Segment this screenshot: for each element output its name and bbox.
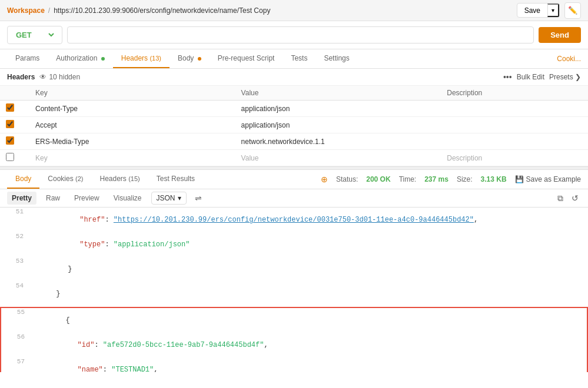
cookies-link[interactable]: Cooki... bbox=[557, 55, 581, 63]
save-example-button[interactable]: 💾 Save as Example bbox=[515, 175, 581, 183]
url-input[interactable]: https://10.201.230.99/ers/config/network… bbox=[67, 26, 534, 44]
table-row: ERS-Media-Type network.networkdevice.1.1 bbox=[0, 133, 588, 150]
table-row: Content-Type application/json bbox=[0, 101, 588, 117]
json-line-57: 57 "name": "TESTNAD1", bbox=[1, 357, 587, 372]
header-checkbox-2[interactable] bbox=[6, 120, 14, 128]
header-checkbox-empty[interactable] bbox=[6, 153, 14, 161]
method-dropdown[interactable]: GET POST PUT DELETE PATCH bbox=[14, 30, 56, 40]
time-label: Time: bbox=[399, 175, 417, 183]
header-value-1[interactable]: application/json bbox=[241, 105, 290, 113]
json-line-52: 52 "type": "application/json" bbox=[0, 232, 588, 257]
format-preview[interactable]: Preview bbox=[69, 192, 104, 205]
hidden-count: 10 hidden bbox=[49, 73, 80, 81]
headers-label: Headers bbox=[7, 73, 35, 81]
status-label: Status: bbox=[336, 175, 358, 183]
response-tab-body[interactable]: Body bbox=[7, 170, 39, 189]
wrap-icon[interactable]: ⇌ bbox=[195, 193, 202, 203]
headers-section: Headers 👁 10 hidden ••• Bulk Edit Preset… bbox=[0, 69, 588, 166]
save-dropdown-arrow[interactable]: ▾ bbox=[547, 4, 559, 17]
json-dropdown-arrow: ▾ bbox=[178, 194, 181, 202]
header-checkbox-3[interactable] bbox=[6, 136, 14, 145]
json-label: JSON bbox=[157, 194, 175, 202]
hidden-headers-badge: 👁 10 hidden bbox=[39, 73, 80, 81]
bulk-edit-button[interactable]: Bulk Edit bbox=[517, 73, 544, 81]
col-value: Value bbox=[235, 86, 441, 101]
header-desc-3[interactable] bbox=[441, 133, 588, 150]
header-desc-2[interactable] bbox=[441, 117, 588, 133]
header-key-2[interactable]: Accept bbox=[35, 121, 57, 129]
cookies-count: (2) bbox=[75, 175, 83, 182]
empty-value-placeholder[interactable]: Value bbox=[241, 154, 259, 162]
line-num-55: 55 bbox=[6, 308, 25, 316]
col-key: Key bbox=[29, 86, 235, 101]
response-status-bar: ⊕ Status: 200 OK Time: 237 ms Size: 3.13… bbox=[321, 175, 581, 184]
table-row: Accept application/json bbox=[0, 117, 588, 133]
authorization-dot bbox=[101, 57, 105, 61]
url-bar: GET POST PUT DELETE PATCH https://10.201… bbox=[0, 21, 588, 49]
highlighted-json-block: 55 { 56 "id": "afe572d0-5bcc-11ee-9ab7-9… bbox=[0, 307, 588, 372]
headers-badge: (13) bbox=[150, 55, 161, 62]
save-button[interactable]: Save bbox=[517, 4, 547, 17]
tab-headers[interactable]: Headers (13) bbox=[113, 49, 170, 68]
request-tabs: Params Authorization Headers (13) Body P… bbox=[0, 49, 588, 69]
more-options-icon[interactable]: ••• bbox=[503, 72, 512, 82]
col-checkbox bbox=[0, 86, 29, 101]
format-visualize[interactable]: Visualize bbox=[109, 192, 147, 205]
response-tabs: Body Cookies (2) Headers (15) Test Resul… bbox=[0, 170, 588, 189]
copy-icons-group: ⧉ ↺ bbox=[555, 192, 581, 205]
header-value-2[interactable]: application/json bbox=[241, 121, 290, 129]
response-tab-headers[interactable]: Headers (15) bbox=[92, 170, 148, 189]
status-code: 200 OK bbox=[366, 175, 390, 183]
json-format-selector[interactable]: JSON ▾ bbox=[151, 192, 187, 205]
header-key-3[interactable]: ERS-Media-Type bbox=[35, 138, 89, 146]
line-content-54: } bbox=[31, 282, 583, 306]
line-content-52: "type": "application/json" bbox=[31, 232, 583, 257]
line-num-54: 54 bbox=[5, 282, 24, 289]
col-description: Description bbox=[441, 86, 588, 101]
header-checkbox-1[interactable] bbox=[6, 103, 14, 112]
line-num-53: 53 bbox=[5, 257, 24, 265]
headers-table: Key Value Description Content-Type appli… bbox=[0, 86, 588, 166]
size-label: Size: bbox=[457, 175, 473, 183]
empty-key-placeholder[interactable]: Key bbox=[35, 154, 48, 162]
tab-pre-request[interactable]: Pre-request Script bbox=[210, 49, 283, 68]
line-content-55: { bbox=[32, 308, 582, 333]
headers-top-bar: Headers 👁 10 hidden ••• Bulk Edit Preset… bbox=[0, 69, 588, 86]
header-value-3[interactable]: network.networkdevice.1.1 bbox=[241, 138, 325, 146]
format-pretty[interactable]: Pretty bbox=[7, 192, 36, 205]
response-tab-cookies[interactable]: Cookies (2) bbox=[39, 170, 91, 189]
size-value: 3.13 KB bbox=[481, 175, 507, 183]
breadcrumb-separator: / bbox=[48, 6, 50, 15]
format-raw[interactable]: Raw bbox=[41, 192, 65, 205]
tab-params[interactable]: Params bbox=[7, 49, 48, 68]
save-example-label: Save as Example bbox=[526, 175, 581, 183]
body-dot bbox=[198, 57, 201, 61]
json-line-54: 54 } bbox=[0, 282, 588, 306]
line-content-57: "name": "TESTNAD1", bbox=[32, 357, 582, 372]
method-selector[interactable]: GET POST PUT DELETE PATCH bbox=[7, 26, 62, 44]
workspace-label[interactable]: Workspace bbox=[7, 6, 45, 15]
tab-tests[interactable]: Tests bbox=[283, 49, 315, 68]
refresh-button[interactable]: ↺ bbox=[569, 192, 581, 205]
send-button[interactable]: Send bbox=[539, 27, 581, 43]
line-content-53: } bbox=[31, 257, 583, 282]
json-response-body[interactable]: 51 "href": "https://10.201.230.99/ers/co… bbox=[0, 208, 588, 372]
copy-button[interactable]: ⧉ bbox=[555, 192, 566, 205]
empty-desc-placeholder: Description bbox=[447, 154, 482, 162]
response-headers-count: (15) bbox=[128, 175, 140, 182]
tab-settings[interactable]: Settings bbox=[315, 49, 357, 68]
page-title: https://10.201.230.99:9060/ers/config/ne… bbox=[54, 6, 270, 15]
response-tab-test-results[interactable]: Test Results bbox=[148, 170, 203, 189]
header-desc-1[interactable] bbox=[441, 101, 588, 117]
presets-button[interactable]: Presets ❯ bbox=[549, 73, 581, 81]
tab-body[interactable]: Body bbox=[170, 49, 210, 68]
tab-authorization[interactable]: Authorization bbox=[48, 49, 112, 68]
format-bar: Pretty Raw Preview Visualize JSON ▾ ⇌ ⧉ … bbox=[0, 189, 588, 208]
header-key-1[interactable]: Content-Type bbox=[35, 105, 78, 113]
time-value: 237 ms bbox=[424, 175, 449, 183]
headers-actions: ••• Bulk Edit Presets ❯ bbox=[503, 72, 581, 82]
status-icon: ⊕ bbox=[321, 175, 328, 184]
line-content-51: "href": "https://10.201.230.99/ers/confi… bbox=[31, 208, 583, 232]
eye-icon: 👁 bbox=[39, 73, 46, 81]
edit-icon-button[interactable]: ✏️ bbox=[564, 2, 581, 19]
